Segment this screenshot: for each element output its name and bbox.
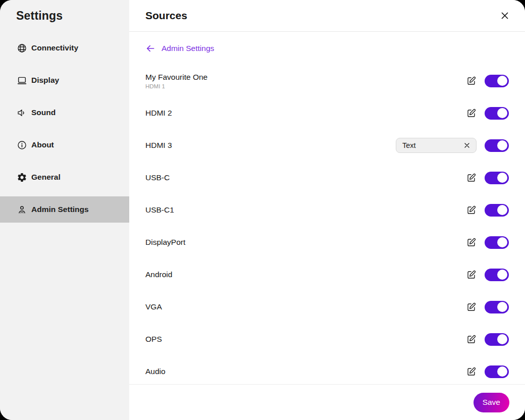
panel-header: Sources <box>129 0 525 32</box>
settings-window: Settings Connectivity Display Sound Abou… <box>0 0 525 420</box>
back-link[interactable]: Admin Settings <box>145 40 214 57</box>
sidebar: Settings Connectivity Display Sound Abou… <box>0 0 129 420</box>
display-icon <box>17 75 27 86</box>
edit-source-button[interactable] <box>465 172 477 183</box>
source-label: My Favourite One <box>145 73 465 82</box>
source-toggle[interactable] <box>485 301 509 313</box>
sidebar-item-label: Admin Settings <box>31 205 89 214</box>
edit-icon <box>466 108 477 119</box>
source-row: VGA <box>145 291 509 323</box>
sidebar-item-connectivity[interactable]: Connectivity <box>0 35 129 61</box>
source-row: My Favourite One HDMI 1 <box>145 65 509 97</box>
source-toggle[interactable] <box>485 75 509 87</box>
edit-source-button[interactable] <box>465 204 477 216</box>
edit-icon <box>466 173 477 183</box>
source-toggle[interactable] <box>485 236 509 249</box>
back-link-label: Admin Settings <box>162 44 214 53</box>
edit-source-button[interactable] <box>465 301 477 312</box>
sidebar-item-display[interactable]: Display <box>0 67 129 93</box>
sidebar-item-about[interactable]: About <box>0 132 129 158</box>
edit-icon <box>466 270 477 280</box>
sidebar-item-general[interactable]: General <box>0 164 129 190</box>
source-row: DisplayPort <box>145 226 509 258</box>
source-sublabel: HDMI 1 <box>145 83 465 89</box>
source-row: OPS <box>145 323 509 355</box>
source-label: USB-C <box>145 173 465 182</box>
edit-source-button[interactable] <box>465 334 477 345</box>
sidebar-item-label: Sound <box>31 108 56 117</box>
sidebar-item-label: General <box>31 173 61 182</box>
source-label: Audio <box>145 367 465 376</box>
sidebar-item-label: About <box>31 140 54 149</box>
rename-field <box>396 138 477 153</box>
save-button[interactable]: Save <box>474 393 509 412</box>
rename-input[interactable] <box>402 141 462 149</box>
source-label: VGA <box>145 302 465 311</box>
sidebar-nav: Connectivity Display Sound About General… <box>0 35 129 223</box>
edit-icon <box>466 366 477 377</box>
source-label: DisplayPort <box>145 238 465 247</box>
sidebar-title: Settings <box>16 9 129 23</box>
clear-icon <box>463 141 471 149</box>
source-label: USB-C1 <box>145 205 465 215</box>
sidebar-item-admin-settings[interactable]: Admin Settings <box>0 196 129 223</box>
arrow-left-icon <box>145 43 155 54</box>
toggle-knob <box>497 237 507 247</box>
source-row: USB-C <box>145 162 509 194</box>
globe-icon <box>17 43 27 54</box>
close-button[interactable] <box>498 9 512 23</box>
sources-list: My Favourite One HDMI 1 HDMI 2 <box>145 65 509 384</box>
admin-icon <box>17 204 27 215</box>
toggle-knob <box>497 76 507 86</box>
edit-icon <box>466 237 477 248</box>
edit-icon <box>466 334 477 345</box>
sidebar-item-label: Display <box>31 76 59 85</box>
toggle-knob <box>497 334 507 344</box>
source-toggle[interactable] <box>485 204 509 217</box>
toggle-knob <box>497 205 507 215</box>
source-row: Android <box>145 258 509 291</box>
source-toggle[interactable] <box>485 269 509 281</box>
sidebar-item-sound[interactable]: Sound <box>0 99 129 126</box>
edit-icon <box>466 205 477 216</box>
toggle-knob <box>497 108 507 118</box>
edit-source-button[interactable] <box>465 75 477 86</box>
edit-source-button[interactable] <box>465 269 477 280</box>
clear-input-button[interactable] <box>462 140 472 150</box>
source-row: USB-C1 <box>145 194 509 226</box>
panel-footer: Save <box>129 384 525 420</box>
source-toggle[interactable] <box>485 107 509 120</box>
source-toggle[interactable] <box>485 139 509 152</box>
sound-icon <box>17 108 27 118</box>
sources-panel: Sources Admin Settings My Favourite One … <box>129 0 525 420</box>
toggle-knob <box>497 366 507 377</box>
gear-icon <box>17 172 27 183</box>
source-toggle[interactable] <box>485 172 509 184</box>
edit-icon <box>466 76 477 86</box>
toggle-knob <box>497 173 507 183</box>
toggle-knob <box>497 140 507 150</box>
source-toggle[interactable] <box>485 365 509 378</box>
panel-title: Sources <box>145 10 187 22</box>
panel-content: Admin Settings My Favourite One HDMI 1 H… <box>129 32 525 384</box>
toggle-knob <box>497 270 507 280</box>
edit-source-button[interactable] <box>465 366 477 377</box>
toggle-knob <box>497 302 507 312</box>
source-row: HDMI 3 <box>145 129 509 162</box>
edit-source-button[interactable] <box>465 237 477 248</box>
source-label: HDMI 2 <box>145 109 465 118</box>
info-icon <box>17 140 27 150</box>
source-toggle[interactable] <box>485 333 509 346</box>
source-row: HDMI 2 <box>145 97 509 129</box>
edit-source-button[interactable] <box>465 108 477 119</box>
close-icon <box>499 10 510 21</box>
sidebar-item-label: Connectivity <box>31 43 78 52</box>
source-label: Android <box>145 270 465 279</box>
source-row: Audio <box>145 355 509 384</box>
source-label: OPS <box>145 335 465 344</box>
edit-icon <box>466 302 477 312</box>
source-label: HDMI 3 <box>145 141 396 150</box>
